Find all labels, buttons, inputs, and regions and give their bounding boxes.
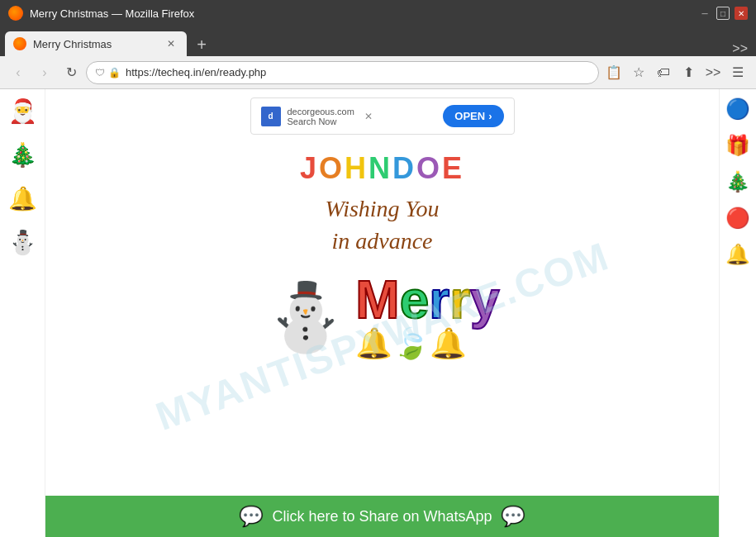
right-bell-icon: 🔔 [725, 243, 750, 266]
ad-open-label: OPEN [454, 110, 485, 122]
merry-letter-r2: r [449, 270, 470, 330]
blue-ball-icon: 🔵 [725, 97, 750, 121]
ad-banner: d decorgeous.com Search Now ✕ OPEN › [250, 97, 515, 135]
back-button[interactable]: ‹ [7, 61, 30, 84]
tab-overflow-button[interactable]: >> [732, 41, 748, 56]
merry-letter-r1: r [429, 270, 449, 330]
whatsapp-icon-left: 💬 [239, 505, 264, 528]
name-display: JOHNDOE [300, 151, 464, 186]
new-tab-button[interactable]: + [190, 33, 213, 56]
ad-left: d decorgeous.com Search Now ✕ [261, 107, 373, 126]
name-letter-o2: O [416, 151, 442, 185]
title-bar-controls[interactable]: ─ □ ✕ [698, 7, 748, 20]
tab-favicon-icon [13, 37, 26, 50]
shield-icon: 🛡 [95, 67, 105, 78]
name-letter-h: H [345, 151, 368, 185]
ad-search-label: Search Now [288, 116, 354, 126]
wishing-line2: in advance [325, 225, 439, 257]
merry-section: ⛄ Merry 🔔🍃🔔 [264, 273, 499, 361]
tree-icon: 🎄 [8, 141, 37, 169]
browser-tab[interactable]: Merry Christmas ✕ [5, 31, 187, 56]
refresh-button[interactable]: ↻ [59, 61, 83, 84]
merry-letter-e: e [400, 270, 430, 330]
bookmarks-button[interactable]: 📋 [602, 61, 625, 84]
santa-icon: 🎅 [8, 97, 37, 125]
name-letter-e: E [442, 151, 464, 185]
merry-letter-y: y [470, 270, 500, 330]
firefox-icon [8, 6, 23, 21]
title-bar: Merry Christmas — Mozilla Firefox ─ □ ✕ [0, 0, 756, 26]
whatsapp-icon-right: 💬 [501, 505, 525, 528]
merry-text-display: Merry 🔔🍃🔔 [355, 273, 499, 361]
lock-icon: 🔒 [108, 67, 121, 78]
merry-word: Merry [355, 273, 499, 326]
browser-content: 🎅 🎄 🔔 ⛄ d decorgeous.com Search Now ✕ OP… [0, 89, 756, 537]
ad-close-button[interactable]: ✕ [364, 111, 373, 122]
wishing-line1: Wishing You [325, 192, 439, 225]
minimize-button[interactable]: ─ [698, 7, 711, 20]
ad-domain: decorgeous.com [288, 107, 354, 116]
ad-open-arrow-icon: › [488, 110, 492, 122]
whatsapp-share-bar[interactable]: 💬 Click here to Share on WhatsApp 💬 [45, 496, 719, 537]
name-letter-o: O [319, 151, 345, 185]
wishing-text: Wishing You in advance [325, 192, 439, 257]
snowman-sidebar-icon: ⛄ [8, 229, 37, 256]
menu-button[interactable]: ☰ [726, 61, 749, 84]
close-button[interactable]: ✕ [735, 7, 748, 20]
snowman-icon: ⛄ [264, 278, 347, 356]
right-tree-icon: 🎄 [725, 170, 750, 193]
forward-button[interactable]: › [33, 61, 56, 84]
url-security-icons: 🛡 🔒 [95, 67, 121, 78]
gift-icon: 🎁 [725, 134, 750, 157]
bell-icon: 🔔 [8, 185, 37, 212]
left-sidebar: 🎅 🎄 🔔 ⛄ [0, 89, 45, 537]
title-bar-left: Merry Christmas — Mozilla Firefox [8, 6, 194, 21]
merry-letter-m: M [355, 270, 399, 330]
ad-text-block: decorgeous.com Search Now [288, 107, 354, 126]
ad-logo: d [261, 107, 281, 126]
url-text: https://techeq.in/en/ready.php [126, 66, 590, 78]
download-button[interactable]: ⬆ [677, 61, 700, 84]
more-tools-button[interactable]: >> [701, 61, 725, 84]
red-ball-icon: 🔴 [725, 207, 750, 230]
nav-bar: ‹ › ↻ 🛡 🔒 https://techeq.in/en/ready.php… [0, 56, 756, 89]
url-bar[interactable]: 🛡 🔒 https://techeq.in/en/ready.php [86, 61, 599, 84]
whatsapp-label: Click here to Share on WhatsApp [272, 508, 492, 525]
pocket-button[interactable]: 🏷 [652, 61, 675, 84]
name-letter-d: D [392, 151, 416, 185]
tab-title: Merry Christmas [33, 38, 157, 50]
page-content: d decorgeous.com Search Now ✕ OPEN › MYA… [45, 89, 719, 537]
name-letter-n: N [368, 151, 392, 185]
maximize-button[interactable]: □ [716, 7, 730, 20]
right-sidebar: 🔵 🎁 🎄 🔴 🔔 [719, 89, 756, 537]
nav-right-buttons: 📋 ☆ 🏷 ⬆ >> ☰ [602, 61, 749, 84]
star-button[interactable]: ☆ [627, 61, 650, 84]
ad-open-button[interactable]: OPEN › [443, 105, 503, 127]
tab-bar: Merry Christmas ✕ + >> [0, 26, 756, 56]
name-letter-j: J [300, 151, 319, 185]
window-title: Merry Christmas — Mozilla Firefox [30, 7, 194, 20]
tab-bar-right: >> [213, 41, 751, 56]
tab-close-button[interactable]: ✕ [164, 36, 178, 51]
christmas-bells-icons: 🔔🍃🔔 [355, 326, 499, 361]
christmas-card: MYANTISPYWARE.COM JOHNDOE Wishing You in… [45, 135, 719, 537]
